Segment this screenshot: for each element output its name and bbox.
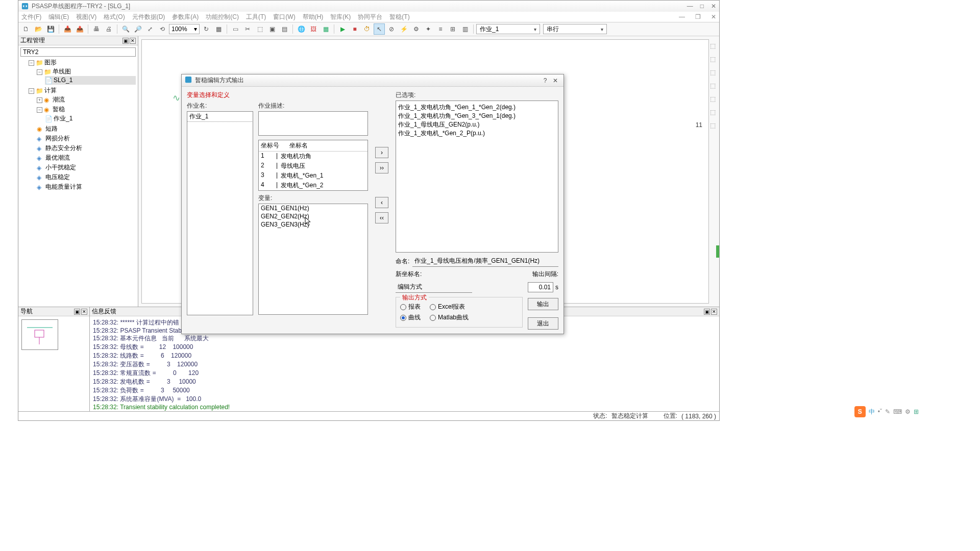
tray-icon[interactable]: ⊞ xyxy=(914,408,919,415)
menu-zhiku[interactable]: 智库(K) xyxy=(330,13,351,21)
image-icon[interactable]: 🖼 xyxy=(308,23,319,35)
dialog-help-button[interactable]: ? xyxy=(540,77,550,84)
radio-matlab[interactable]: Matlab曲线 xyxy=(430,313,469,322)
add-one-button[interactable]: › xyxy=(375,147,388,158)
radio-report[interactable]: 报表 xyxy=(400,303,421,311)
step-icon[interactable]: ⏱ xyxy=(361,23,373,35)
job-item[interactable]: 作业_1 xyxy=(187,112,253,121)
refresh-icon[interactable]: ↻ xyxy=(201,23,212,35)
var-listbox[interactable]: GEN1_GEN1(Hz) GEN2_GEN2(Hz) GEN3_GEN3(Hz… xyxy=(258,204,368,315)
tool-l-icon[interactable]: ▥ xyxy=(459,23,471,35)
tool-f-icon[interactable]: ⊘ xyxy=(386,23,397,35)
remove-all-button[interactable]: ‹‹ xyxy=(375,212,388,223)
rtool-a-icon[interactable]: ⬚ xyxy=(708,41,717,51)
tool-i-icon[interactable]: ✦ xyxy=(423,23,434,35)
mdi-minimize[interactable]: — xyxy=(679,13,685,20)
dialog-titlebar[interactable]: 暂稳编辑方式输出 ? ✕ xyxy=(182,74,564,87)
globe-icon[interactable]: 🌐 xyxy=(296,23,307,35)
selected-listbox[interactable]: 作业_1_发电机功角_*Gen_1_*Gen_2(deg.) 作业_1_发电机功… xyxy=(396,101,558,253)
menu-tools[interactable]: 工具(T) xyxy=(246,13,266,21)
coord-row[interactable]: 3|发电机_*Gen_1 xyxy=(259,171,368,181)
tool-b-icon[interactable]: ✂ xyxy=(242,23,253,35)
save-icon[interactable]: 💾 xyxy=(45,23,56,35)
tool-e-icon[interactable]: ▤ xyxy=(279,23,290,35)
tool-a-icon[interactable]: ▭ xyxy=(230,23,241,35)
remove-one-button[interactable]: ‹ xyxy=(375,197,388,208)
rtool-d-icon[interactable]: ⬚ xyxy=(708,81,717,90)
expand-icon[interactable]: + xyxy=(37,97,42,103)
menu-paramlib[interactable]: 参数库(A) xyxy=(172,13,199,21)
tray-icon[interactable]: ⚙ xyxy=(905,408,911,415)
radio-curve[interactable]: 曲线 xyxy=(400,313,421,322)
grid-icon[interactable]: ▦ xyxy=(213,23,224,35)
expand-icon[interactable]: − xyxy=(37,107,42,113)
job-listbox[interactable]: 作业_1 xyxy=(187,111,253,315)
var-item[interactable]: GEN2_GEN2(Hz) xyxy=(259,212,368,220)
menu-window[interactable]: 窗口(W) xyxy=(273,13,295,21)
expand-icon[interactable]: − xyxy=(29,60,34,66)
new-coord-field[interactable]: 编辑方式 xyxy=(396,282,472,293)
print-preview-icon[interactable]: 🖶 xyxy=(91,23,102,35)
zoom-fit-icon[interactable]: ⤢ xyxy=(144,23,156,35)
print-icon[interactable]: 🖨 xyxy=(103,23,114,35)
zoom-out-icon[interactable]: 🔎 xyxy=(132,23,143,35)
selected-item[interactable]: 作业_1_发电机功角_*Gen_1_*Gen_2(deg.) xyxy=(398,103,556,112)
close-button[interactable]: ✕ xyxy=(711,3,716,10)
rtool-b-icon[interactable]: ⬚ xyxy=(708,55,717,64)
tree-slg1[interactable]: SLG_1 xyxy=(54,77,72,84)
menu-func[interactable]: 功能控制(C) xyxy=(206,13,239,21)
menu-view[interactable]: 视图(V) xyxy=(76,13,96,21)
nav-preview[interactable] xyxy=(18,316,89,411)
tray-icon[interactable]: ⌨ xyxy=(893,408,902,415)
runmode-combo[interactable]: 串行▾ xyxy=(543,24,607,34)
coord-row[interactable]: 1|发电机功角 xyxy=(259,152,368,161)
menu-component[interactable]: 元件数据(D) xyxy=(132,13,165,21)
desc-box[interactable] xyxy=(258,111,368,136)
rtool-c-icon[interactable]: ⬚ xyxy=(708,68,717,77)
coord-row[interactable]: 5|发电机_*Gen_3 xyxy=(259,190,368,191)
coord-row[interactable]: 2|母线电压 xyxy=(259,161,368,171)
tool-c-icon[interactable]: ⬚ xyxy=(254,23,265,35)
panel-pin-icon[interactable]: ▣ xyxy=(122,38,129,44)
zoom-in-icon[interactable]: 🔍 xyxy=(120,23,131,35)
var-item[interactable]: GEN1_GEN1(Hz) xyxy=(259,204,368,212)
panel-close-icon[interactable]: ✕ xyxy=(81,309,87,315)
minimize-button[interactable]: — xyxy=(687,3,693,10)
mdi-close[interactable]: ✕ xyxy=(711,13,716,20)
expand-icon[interactable]: − xyxy=(29,88,34,94)
sogou-ime-icon[interactable]: S xyxy=(854,406,866,417)
tree-root[interactable]: TRY2 xyxy=(20,47,136,57)
tray-icon[interactable]: ✎ xyxy=(885,408,890,415)
stop-icon[interactable]: ■ xyxy=(349,23,360,35)
mdi-restore[interactable]: ❐ xyxy=(695,13,701,20)
output-button[interactable]: 输出 xyxy=(528,298,558,310)
menu-edit[interactable]: 编辑(E) xyxy=(48,13,69,21)
tool-g-icon[interactable]: ⚡ xyxy=(398,23,409,35)
coord-listbox[interactable]: 坐标号 坐标名 1|发电机功角 2|母线电压 3|发电机_*Gen_1 4|发电… xyxy=(258,140,368,191)
open-icon[interactable]: 📂 xyxy=(33,23,44,35)
var-item[interactable]: GEN3_GEN3(Hz) xyxy=(259,220,368,229)
rtool-f-icon[interactable]: ⬚ xyxy=(708,108,717,117)
zoom-combo[interactable]: 100%▾ xyxy=(169,24,200,34)
panel-pin-icon[interactable]: ▣ xyxy=(74,309,80,315)
tool-j-icon[interactable]: ≡ xyxy=(435,23,446,35)
new-icon[interactable]: 🗋 xyxy=(20,23,32,35)
selected-item[interactable]: 作业_1_发电机_*Gen_2_P(p.u.) xyxy=(398,129,556,138)
radio-excel[interactable]: Excel报表 xyxy=(430,303,465,311)
menu-transient[interactable]: 暂稳(T) xyxy=(389,13,409,21)
menu-coop[interactable]: 协同平台 xyxy=(358,13,382,21)
tool-d-icon[interactable]: ▣ xyxy=(266,23,278,35)
job-combo[interactable]: 作业_1▾ xyxy=(476,24,540,34)
dialog-close-button[interactable]: ✕ xyxy=(550,77,560,84)
menu-help[interactable]: 帮助(H) xyxy=(303,13,324,21)
expand-icon[interactable]: − xyxy=(37,69,42,75)
selected-item[interactable]: 作业_1_发电机功角_*Gen_3_*Gen_1(deg.) xyxy=(398,112,556,120)
menu-format[interactable]: 格式(O) xyxy=(104,13,125,21)
rtool-g-icon[interactable]: ⬚ xyxy=(708,121,717,130)
panel-close-icon[interactable]: ✕ xyxy=(711,309,717,315)
cursor-tool-icon[interactable]: ↖ xyxy=(374,23,385,35)
coord-row[interactable]: 4|发电机_*Gen_2 xyxy=(259,181,368,190)
interval-field[interactable]: 0.01 xyxy=(528,282,553,292)
rtool-e-icon[interactable]: ⬚ xyxy=(708,94,717,104)
tool-h-icon[interactable]: ⚙ xyxy=(410,23,422,35)
